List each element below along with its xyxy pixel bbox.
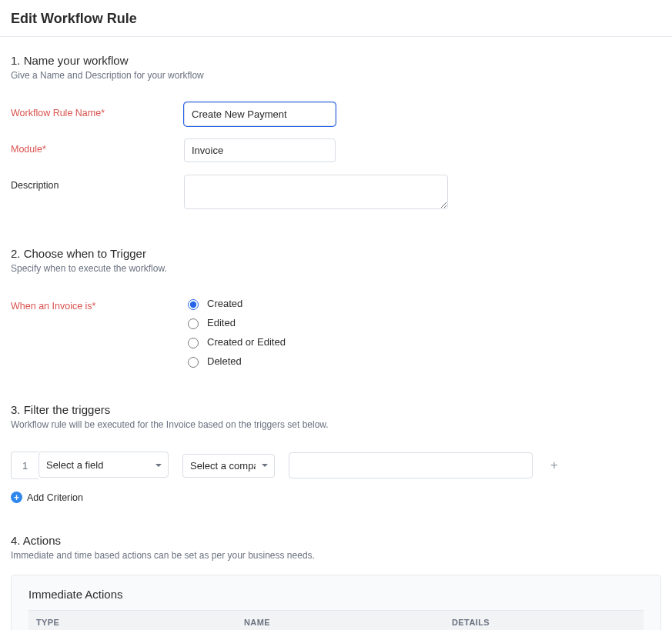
col-details: DETAILS: [444, 611, 615, 631]
radio-edited[interactable]: [188, 318, 199, 329]
criterion-comparator-select[interactable]: Select a compar...: [182, 454, 275, 478]
add-criterion-label: Add Criterion: [27, 492, 83, 503]
immediate-actions-title: Immediate Actions: [28, 588, 644, 601]
section4-sub: Immediate and time based actions can be …: [11, 550, 661, 561]
trigger-when-label: When an Invoice is*: [11, 295, 184, 312]
add-criterion-link[interactable]: + Add Criterion: [11, 492, 661, 503]
radio-edited-label: Edited: [207, 317, 236, 328]
workflow-name-input[interactable]: [184, 102, 336, 126]
section1-heading: 1. Name your workflow: [11, 54, 661, 67]
col-name: NAME: [236, 611, 444, 631]
radio-created-or-edited-label: Created or Edited: [207, 336, 286, 348]
module-label: Module*: [11, 138, 184, 155]
section2-sub: Specify when to execute the workflow.: [11, 263, 661, 274]
section2-heading: 2. Choose when to Trigger: [11, 247, 661, 260]
radio-created-label: Created: [207, 298, 242, 309]
radio-deleted-label: Deleted: [207, 355, 242, 367]
trigger-option-created[interactable]: Created: [184, 297, 286, 310]
section3-heading: 3. Filter the triggers: [11, 403, 661, 416]
section4-heading: 4. Actions: [11, 534, 661, 547]
section1-sub: Give a Name and Description for your wor…: [11, 70, 661, 81]
radio-created-or-edited[interactable]: [188, 338, 199, 348]
page-title: Edit Workflow Rule: [11, 11, 661, 27]
criterion-field-select[interactable]: Select a field: [38, 452, 169, 478]
trigger-option-created-or-edited[interactable]: Created or Edited: [184, 335, 286, 348]
description-input[interactable]: [184, 175, 448, 209]
description-label: Description: [11, 175, 184, 191]
workflow-name-label: Workflow Rule Name*: [11, 102, 184, 118]
section3-sub: Workflow rule will be executed for the I…: [11, 419, 661, 430]
add-criterion-inline-button[interactable]: +: [547, 458, 562, 473]
col-type: TYPE: [28, 611, 236, 631]
trigger-option-deleted[interactable]: Deleted: [184, 355, 286, 368]
module-input: [184, 138, 336, 162]
criterion-index: 1: [11, 452, 38, 479]
plus-icon: +: [550, 458, 558, 473]
radio-deleted[interactable]: [188, 357, 199, 368]
trigger-option-edited[interactable]: Edited: [184, 316, 286, 329]
criterion-value-input[interactable]: [289, 452, 533, 478]
radio-created[interactable]: [188, 299, 199, 310]
plus-circle-icon: +: [11, 492, 22, 503]
